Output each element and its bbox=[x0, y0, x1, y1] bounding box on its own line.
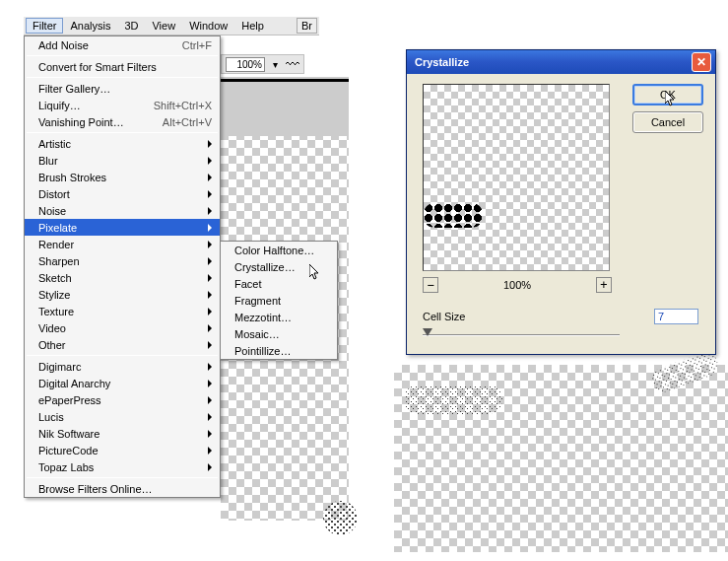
menu-item-label: Digimarc bbox=[38, 361, 81, 373]
menu-item-accel: Ctrl+F bbox=[182, 39, 212, 51]
menu-window[interactable]: Window bbox=[182, 18, 234, 34]
menu-separator bbox=[27, 355, 218, 356]
menu-item-label: Sketch bbox=[38, 272, 72, 284]
menu-item-label: Topaz Labs bbox=[38, 461, 94, 473]
menu-item-artistic[interactable]: Artistic bbox=[25, 135, 220, 152]
submenu-arrow-icon bbox=[208, 190, 212, 198]
menu-item-label: Liquify… bbox=[38, 100, 81, 111]
menu-item-lucis[interactable]: Lucis bbox=[25, 408, 220, 425]
menu-item-last-filter[interactable]: Add Noise Ctrl+F bbox=[25, 36, 220, 53]
close-icon: ✕ bbox=[696, 55, 706, 69]
menu-separator bbox=[27, 77, 218, 78]
menu-item-label: Artistic bbox=[38, 138, 71, 150]
menu-item-label: Fragment bbox=[234, 295, 281, 307]
menu-analysis[interactable]: Analysis bbox=[63, 18, 117, 34]
zoom-out-button[interactable]: − bbox=[423, 277, 438, 293]
dialog-title: Crystallize bbox=[415, 56, 469, 68]
pixelate-submenu[interactable]: Color Halftone… Crystallize… Facet Fragm… bbox=[220, 241, 338, 360]
menu-item-render[interactable]: Render bbox=[25, 236, 220, 252]
arrow-down-icon[interactable]: ▾ bbox=[273, 59, 278, 70]
canvas-content-blob bbox=[323, 501, 358, 535]
submenu-arrow-icon bbox=[208, 157, 212, 165]
crystallize-dialog: Crystallize ✕ − 100% + Cell Size OK Canc… bbox=[406, 49, 716, 355]
dialog-titlebar[interactable]: Crystallize ✕ bbox=[407, 50, 715, 74]
submenu-item-color-halftone[interactable]: Color Halftone… bbox=[221, 242, 337, 258]
close-button[interactable]: ✕ bbox=[692, 52, 711, 72]
menu-3d[interactable]: 3D bbox=[117, 18, 145, 34]
cell-size-slider[interactable] bbox=[423, 328, 620, 342]
menu-help[interactable]: Help bbox=[234, 18, 271, 34]
menu-view[interactable]: View bbox=[145, 18, 182, 34]
menu-item-distort[interactable]: Distort bbox=[25, 185, 220, 202]
menu-item-convert-smart[interactable]: Convert for Smart Filters bbox=[25, 58, 220, 75]
menu-item-blur[interactable]: Blur bbox=[25, 152, 220, 169]
menu-item-brush-strokes[interactable]: Brush Strokes bbox=[25, 169, 220, 185]
submenu-arrow-icon bbox=[208, 413, 212, 421]
submenu-arrow-icon bbox=[208, 274, 212, 282]
brush-squiggle-icon: 〰 bbox=[286, 56, 299, 72]
ok-button[interactable]: OK bbox=[632, 84, 703, 105]
zoom-in-button[interactable]: + bbox=[596, 277, 612, 293]
menu-item-label: Blur bbox=[38, 155, 58, 167]
menu-item-filter-gallery[interactable]: Filter Gallery… bbox=[25, 80, 220, 97]
menu-item-pixelate[interactable]: Pixelate bbox=[25, 219, 220, 236]
menu-item-nik-software[interactable]: Nik Software bbox=[25, 425, 220, 442]
options-bar-fragment: ▾ 〰 bbox=[221, 54, 304, 74]
menu-item-liquify[interactable]: Liquify… Shift+Ctrl+X bbox=[25, 97, 220, 113]
menu-item-sketch[interactable]: Sketch bbox=[25, 269, 220, 286]
menu-item-label: Render bbox=[38, 239, 74, 250]
menu-item-label: Vanishing Point… bbox=[38, 116, 124, 128]
submenu-arrow-icon bbox=[208, 430, 212, 438]
app-menubar[interactable]: Filter Analysis 3D View Window Help Br bbox=[24, 16, 319, 35]
menu-item-label: Texture bbox=[38, 306, 74, 317]
menu-item-sharpen[interactable]: Sharpen bbox=[25, 252, 220, 269]
menu-item-label: Crystallize… bbox=[234, 261, 296, 273]
menu-item-noise[interactable]: Noise bbox=[25, 202, 220, 219]
menu-item-label: ePaperPress bbox=[38, 394, 101, 406]
menu-item-label: Noise bbox=[38, 205, 66, 217]
menu-item-stylize[interactable]: Stylize bbox=[25, 286, 220, 303]
menu-item-label: Distort bbox=[38, 188, 70, 200]
submenu-item-facet[interactable]: Facet bbox=[221, 275, 337, 292]
menu-item-texture[interactable]: Texture bbox=[25, 303, 220, 319]
menu-item-topaz-labs[interactable]: Topaz Labs bbox=[25, 458, 220, 475]
menu-item-label: Browse Filters Online… bbox=[38, 483, 153, 495]
submenu-arrow-icon bbox=[208, 308, 212, 316]
submenu-item-pointillize[interactable]: Pointillize… bbox=[221, 342, 337, 359]
slider-thumb-icon[interactable] bbox=[423, 328, 432, 336]
menu-item-accel: Shift+Ctrl+X bbox=[154, 100, 212, 111]
menu-item-label: Pointillize… bbox=[234, 345, 291, 357]
submenu-arrow-icon bbox=[208, 463, 212, 471]
menu-item-epaperpress[interactable]: ePaperPress bbox=[25, 391, 220, 408]
menu-item-label: PictureCode bbox=[38, 445, 99, 456]
submenu-arrow-icon bbox=[208, 257, 212, 265]
menu-item-label: Mosaic… bbox=[234, 328, 280, 340]
cell-size-input[interactable] bbox=[654, 309, 698, 324]
menu-item-digimarc[interactable]: Digimarc bbox=[25, 358, 220, 375]
menu-item-vanishing-point[interactable]: Vanishing Point… Alt+Ctrl+V bbox=[25, 113, 220, 130]
submenu-arrow-icon bbox=[208, 241, 212, 248]
submenu-item-fragment[interactable]: Fragment bbox=[221, 292, 337, 309]
bridge-button[interactable]: Br bbox=[297, 18, 317, 34]
filter-menu-dropdown[interactable]: Add Noise Ctrl+F Convert for Smart Filte… bbox=[24, 35, 221, 498]
zoom-value-field[interactable] bbox=[226, 57, 265, 72]
menu-item-label: Add Noise bbox=[38, 39, 89, 51]
menu-item-other[interactable]: Other bbox=[25, 336, 220, 353]
cancel-button[interactable]: Cancel bbox=[632, 111, 703, 133]
menu-item-video[interactable]: Video bbox=[25, 319, 220, 336]
ruler-marks bbox=[221, 79, 349, 82]
menu-item-browse-online[interactable]: Browse Filters Online… bbox=[25, 480, 220, 497]
menu-item-accel: Alt+Ctrl+V bbox=[163, 116, 212, 128]
filter-preview[interactable] bbox=[423, 84, 610, 271]
menu-item-picturecode[interactable]: PictureCode bbox=[25, 442, 220, 458]
submenu-item-mezzotint[interactable]: Mezzotint… bbox=[221, 309, 337, 325]
menu-filter[interactable]: Filter bbox=[26, 18, 63, 34]
submenu-item-crystallize[interactable]: Crystallize… bbox=[221, 258, 337, 275]
menu-separator bbox=[27, 132, 218, 133]
menu-item-label: Video bbox=[38, 322, 66, 334]
submenu-arrow-icon bbox=[208, 207, 212, 215]
submenu-arrow-icon bbox=[208, 291, 212, 299]
menu-item-label: Brush Strokes bbox=[38, 172, 106, 183]
submenu-item-mosaic[interactable]: Mosaic… bbox=[221, 325, 337, 342]
menu-item-digital-anarchy[interactable]: Digital Anarchy bbox=[25, 375, 220, 391]
